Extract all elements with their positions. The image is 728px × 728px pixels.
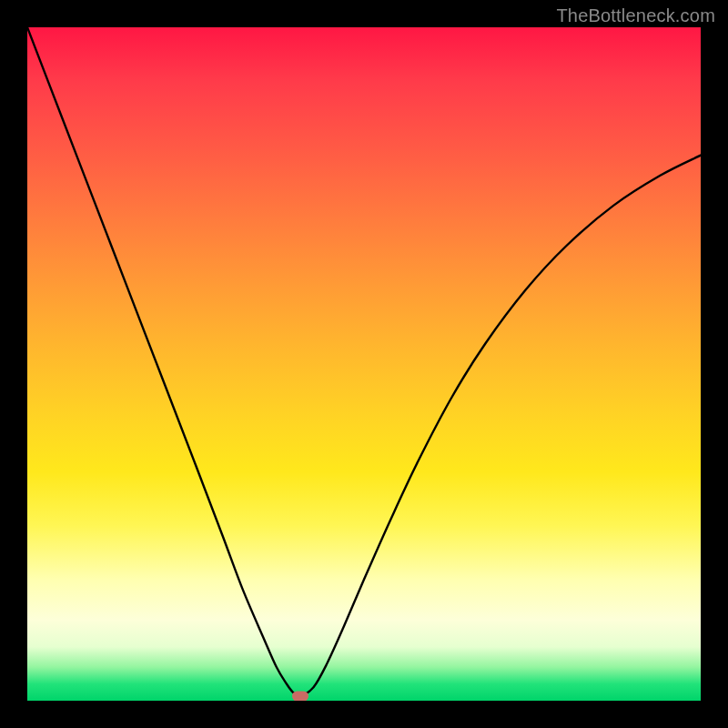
watermark-text: TheBottleneck.com (556, 5, 715, 26)
minimum-marker (292, 691, 308, 701)
plot-area (27, 27, 701, 701)
chart-frame: TheBottleneck.com (0, 0, 728, 728)
bottleneck-curve (27, 27, 701, 701)
